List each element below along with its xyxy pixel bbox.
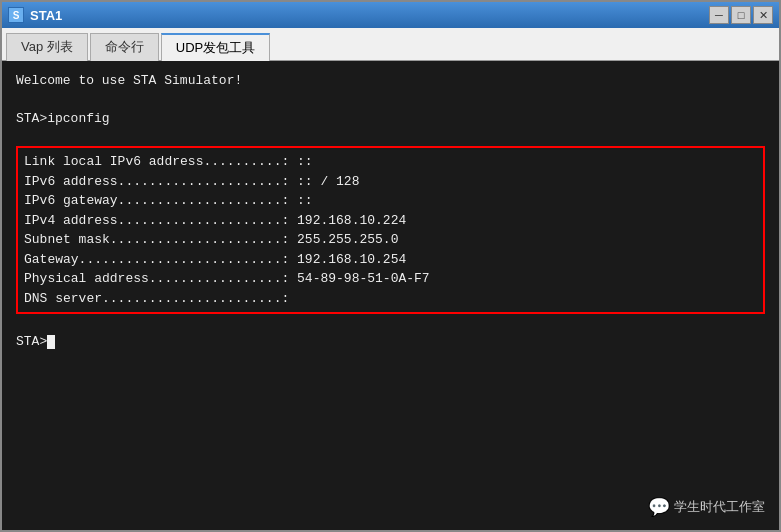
output-line-2: IPv6 gateway.....................: :: xyxy=(24,191,757,211)
title-bar-text: S STA1 xyxy=(8,7,62,23)
output-line-1: IPv6 address.....................: :: / … xyxy=(24,172,757,192)
output-line-4: Subnet mask......................: 255.2… xyxy=(24,230,757,250)
watermark-text: 学生时代工作室 xyxy=(674,498,765,516)
prompt-text: STA> xyxy=(16,332,47,352)
output-line-5: Gateway..........................: 192.1… xyxy=(24,250,757,270)
output-box: Link local IPv6 address..........: :: IP… xyxy=(16,146,765,314)
tab-udp[interactable]: UDP发包工具 xyxy=(161,33,270,61)
command-line: STA>ipconfig xyxy=(16,109,765,129)
tab-cmd[interactable]: 命令行 xyxy=(90,33,159,61)
cursor xyxy=(47,335,55,349)
tab-vap[interactable]: Vap 列表 xyxy=(6,33,88,61)
title-bar: S STA1 ─ □ ✕ xyxy=(2,2,779,28)
main-window: S STA1 ─ □ ✕ Vap 列表 命令行 UDP发包工具 Welcome … xyxy=(0,0,781,532)
output-line-6: Physical address.................: 54-89… xyxy=(24,269,757,289)
wechat-icon: 💬 xyxy=(648,496,670,518)
tabs-bar: Vap 列表 命令行 UDP发包工具 xyxy=(2,28,779,61)
watermark: 💬 学生时代工作室 xyxy=(648,496,765,518)
app-icon: S xyxy=(8,7,24,23)
minimize-button[interactable]: ─ xyxy=(709,6,729,24)
current-prompt: STA> xyxy=(16,332,765,352)
window-title: STA1 xyxy=(30,8,62,23)
maximize-button[interactable]: □ xyxy=(731,6,751,24)
close-button[interactable]: ✕ xyxy=(753,6,773,24)
terminal-area: Welcome to use STA Simulator! STA>ipconf… xyxy=(2,61,779,530)
output-line-7: DNS server.......................: xyxy=(24,289,757,309)
title-controls: ─ □ ✕ xyxy=(709,6,773,24)
welcome-message: Welcome to use STA Simulator! xyxy=(16,71,765,91)
output-line-3: IPv4 address.....................: 192.1… xyxy=(24,211,757,231)
output-line-0: Link local IPv6 address..........: :: xyxy=(24,152,757,172)
